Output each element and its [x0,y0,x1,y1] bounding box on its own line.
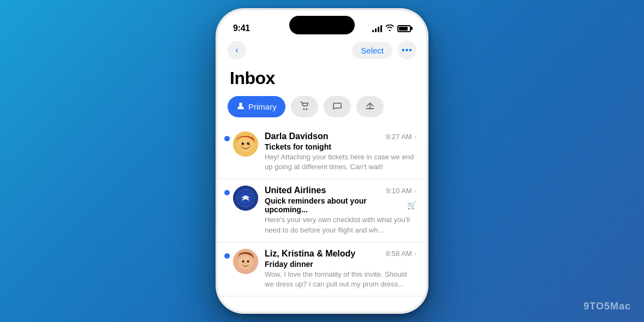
sender-liz: Liz, Kristina & Melody [265,249,355,259]
svg-point-0 [239,103,242,106]
svg-point-4 [238,137,253,152]
chevron-united: › [414,187,416,195]
email-content-liz: Liz, Kristina & Melody 8:58 AM › Friday … [265,249,416,289]
select-button[interactable]: Select [352,42,392,59]
svg-point-8 [248,142,249,144]
email-item-darla[interactable]: Darla Davidson 9:27 AM › Tickets for ton… [218,125,426,179]
unread-dot-united [224,190,230,195]
signal-bar-4 [380,25,382,32]
time-darla: 9:27 AM [386,133,412,141]
tab-primary[interactable]: Primary [228,96,285,117]
wifi-icon [385,25,394,33]
time-liz: 8:58 AM [386,249,412,258]
svg-point-2 [306,109,307,110]
email-item-united[interactable]: United Airlines 9:10 AM › Quick reminder… [218,179,426,242]
preview-liz: Wow, I love the formality of this invite… [265,270,416,289]
subject-darla: Tickets for tonight [265,142,416,151]
svg-point-6 [247,142,250,145]
email-content-united: United Airlines 9:10 AM › Quick reminder… [265,186,416,235]
time-united: 9:10 AM [386,187,412,195]
primary-tab-icon [236,102,245,112]
back-icon: ‹ [235,45,238,55]
social-tab-icon [332,101,342,112]
sender-darla: Darla Davidson [265,132,328,141]
inbox-title: Inbox [218,64,426,96]
sender-united: United Airlines [265,186,326,195]
status-time: 9:41 [233,23,250,33]
svg-point-21 [238,255,253,270]
watermark: 9TO5Mac [583,301,631,312]
signal-bar-2 [375,28,377,32]
tab-social[interactable] [324,96,351,117]
avatar-liz [233,249,258,274]
status-bar: 9:41 [218,10,426,39]
subject-liz: Friday dinner [265,260,416,269]
subject-united: Quick reminders about your upcoming... 🛒 [265,196,416,214]
phone-screen: 9:41 [218,10,426,312]
svg-point-23 [247,260,249,263]
chevron-darla: › [414,133,416,141]
unread-dot-liz [224,253,230,259]
tabs-row: Primary [218,96,426,125]
promos-tab-icon [365,101,375,112]
svg-point-10 [248,145,252,148]
cart-icon: 🛒 [407,201,416,210]
battery-fill [399,27,408,31]
status-icons [372,25,411,33]
email-content-darla: Darla Davidson 9:27 AM › Tickets for ton… [265,132,416,172]
tab-promos[interactable] [356,96,384,117]
tab-shopping[interactable] [291,96,318,117]
email-item-liz[interactable]: Liz, Kristina & Melody 8:58 AM › Friday … [218,242,426,296]
battery-icon [397,25,411,32]
shopping-tab-icon [300,101,309,112]
nav-actions: Select ••• [352,41,416,59]
preview-darla: Hey! Attaching your tickets here in case… [265,152,416,172]
more-icon: ••• [402,46,413,55]
email-header-united: United Airlines 9:10 AM › [265,186,416,195]
dynamic-island [289,16,355,34]
signal-icon [372,25,382,32]
chevron-liz: › [414,249,416,258]
email-header-liz: Liz, Kristina & Melody 8:58 AM › [265,249,416,259]
signal-bar-3 [378,27,379,32]
email-meta-united: 9:10 AM › [386,187,416,195]
nav-bar: ‹ Select ••• [218,39,426,64]
svg-point-7 [243,142,244,144]
svg-point-22 [242,260,245,263]
more-button[interactable]: ••• [398,41,416,59]
email-header-darla: Darla Davidson 9:27 AM › [265,132,416,141]
primary-tab-label: Primary [248,102,277,111]
svg-point-9 [240,145,243,148]
svg-point-5 [242,142,245,145]
unread-dot-darla [224,136,230,141]
svg-point-1 [303,109,305,110]
signal-bar-1 [372,30,374,32]
email-list: Darla Davidson 9:27 AM › Tickets for ton… [218,125,426,296]
email-meta-darla: 9:27 AM › [386,133,416,141]
avatar-darla [233,132,258,157]
back-button[interactable]: ‹ [228,41,246,59]
email-meta-liz: 8:58 AM › [386,249,416,258]
phone-frame: 9:41 [216,8,428,314]
avatar-united [233,186,258,211]
preview-united: Here's your very own checklist with what… [265,215,416,235]
